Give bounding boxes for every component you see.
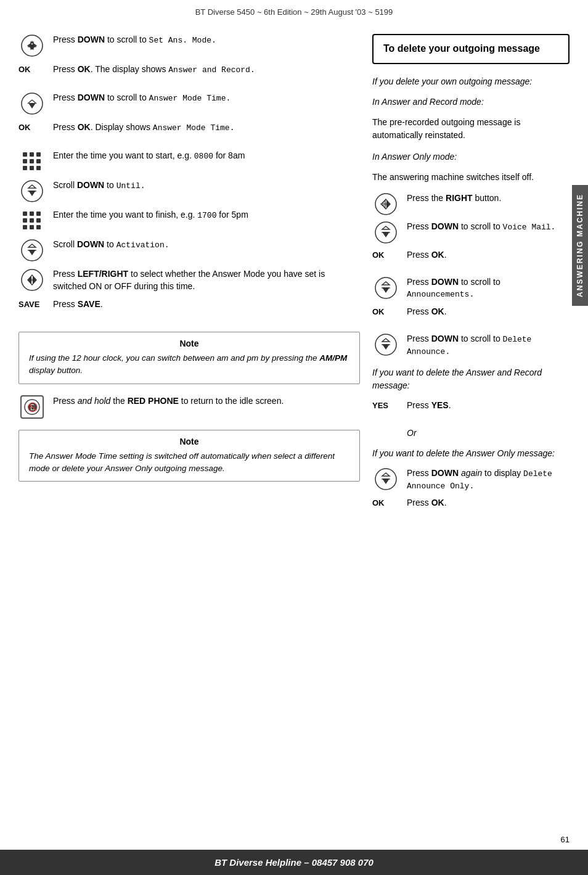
right-intro-2: In Answer and Record mode: <box>372 96 570 109</box>
nav-down-icon-4 <box>18 239 46 262</box>
svg-point-44 <box>375 194 396 215</box>
left-step-4-text: Press OK. Display shows Answer Mode Time… <box>53 121 360 134</box>
ok-label-r1: OK <box>372 249 399 260</box>
svg-marker-46 <box>381 200 385 208</box>
svg-rect-19 <box>36 166 41 170</box>
page-footer: BT Diverse Helpline – 08457 908 070 <box>0 850 588 875</box>
left-step-8: Scroll DOWN to Activation. <box>18 239 360 262</box>
left-step-2: OK Press OK. The display shows Answer an… <box>18 64 360 86</box>
note-box-2: Note The Answer Mode Time setting is swi… <box>18 430 360 482</box>
note-1-body: If using the 12 hour clock, you can swit… <box>29 352 349 377</box>
right-conditional-1: If you want to delete the Answer and Rec… <box>372 366 570 392</box>
svg-rect-24 <box>23 212 27 216</box>
yes-label: YES <box>372 400 399 410</box>
right-step-7-text: Press YES. <box>407 400 570 412</box>
nav-down-icon-1 <box>18 34 46 57</box>
left-step-3-text: Press DOWN to scroll to Answer Mode Time… <box>53 92 360 104</box>
note-2-title: Note <box>29 437 349 446</box>
right-or: Or <box>407 427 570 440</box>
nav-down-icon-r1 <box>372 221 399 244</box>
nav-down-icon-2 <box>18 92 46 115</box>
left-step-5-text: Enter the time you want to start, e.g. 0… <box>53 150 360 162</box>
left-step-1-text: Press DOWN to scroll to Set Ans. Mode. <box>53 34 360 46</box>
ok-label-r2: OK <box>372 306 399 316</box>
left-step-1: Press DOWN to scroll to Set Ans. Mode. <box>18 34 360 57</box>
svg-marker-35 <box>28 244 36 247</box>
right-step-5-text: Press OK. <box>407 306 570 318</box>
svg-marker-55 <box>382 282 390 285</box>
right-step-6-text: Press DOWN to scroll to Delete Announce. <box>407 333 570 358</box>
left-step-5: Enter the time you want to start, e.g. 0… <box>18 150 360 173</box>
right-step-9: OK Press OK. <box>372 497 570 519</box>
left-step-9: Press LEFT/RIGHT to select whether the A… <box>18 268 360 292</box>
left-step-10-text: Press SAVE. <box>53 298 360 311</box>
ok-label-1: OK <box>18 64 46 74</box>
svg-rect-13 <box>36 152 41 157</box>
svg-marker-6 <box>28 103 36 109</box>
right-step-3: OK Press OK. <box>372 249 570 271</box>
svg-marker-38 <box>27 276 31 284</box>
left-step-6: Scroll DOWN to Until. <box>18 179 360 203</box>
right-step-1: Press the RIGHT button. <box>372 192 570 216</box>
ok-label-r3: OK <box>372 497 399 507</box>
right-header-title: To delete your outgoing message <box>383 43 558 55</box>
page-number: 61 <box>561 835 570 844</box>
right-step-2: Press DOWN to scroll to Voice Mail. <box>372 221 570 244</box>
left-step-7-text: Enter the time you want to finish, e.g. … <box>53 209 360 221</box>
ok-label-2: OK <box>18 121 46 132</box>
right-step-9-text: Press OK. <box>407 497 570 509</box>
side-tab: ANSWERING MACHINE <box>572 185 588 306</box>
svg-text:📵: 📵 <box>27 402 38 413</box>
right-step-8-text: Press DOWN again to display Delete Annou… <box>407 467 570 492</box>
svg-rect-26 <box>36 212 41 216</box>
svg-rect-12 <box>30 152 34 157</box>
page-header: BT Diverse 5450 ~ 6th Edition ~ 29th Aug… <box>0 0 588 22</box>
svg-rect-27 <box>23 218 27 223</box>
right-step-2-text: Press DOWN to scroll to Voice Mail. <box>407 221 570 233</box>
right-step-6: Press DOWN to scroll to Delete Announce. <box>372 333 570 358</box>
right-step-7: YES Press YES. <box>372 400 570 422</box>
keypad-icon-1 <box>18 150 46 173</box>
right-conditional-2: If you want to delete the Answer Only me… <box>372 447 570 460</box>
header-title: BT Diverse 5450 ~ 6th Edition ~ 29th Aug… <box>195 7 393 17</box>
svg-rect-25 <box>30 212 34 216</box>
left-step-3: Press DOWN to scroll to Answer Mode Time… <box>18 92 360 115</box>
nav-down-icon-r4 <box>372 467 399 491</box>
svg-rect-30 <box>23 225 27 229</box>
left-step-7: Enter the time you want to finish, e.g. … <box>18 209 360 232</box>
right-step-3-text: Press OK. <box>407 249 570 261</box>
keypad-icon-2 <box>18 209 46 232</box>
right-intro-3: In Answer Only mode: <box>372 150 570 163</box>
left-step-2-text: Press OK. The display shows Answer and R… <box>53 64 360 76</box>
note-1-title: Note <box>29 339 349 348</box>
right-step-5: OK Press OK. <box>372 306 570 328</box>
main-content: Press DOWN to scroll to Set Ans. Mode. O… <box>0 22 588 532</box>
left-step-10: SAVE Press SAVE. <box>18 298 360 321</box>
nav-down-icon-3 <box>18 179 46 203</box>
svg-rect-32 <box>36 225 41 229</box>
left-step-8-text: Scroll DOWN to Activation. <box>53 239 360 251</box>
right-intro-3-body: The answering machine switches itself of… <box>372 171 570 184</box>
svg-rect-29 <box>36 218 41 223</box>
right-step-8: Press DOWN again to display Delete Annou… <box>372 467 570 492</box>
svg-rect-15 <box>30 159 34 163</box>
nav-lr-icon <box>18 268 46 292</box>
nav-down-icon-r3 <box>372 333 399 356</box>
note-2-body: The Answer Mode Time setting is switched… <box>29 450 349 475</box>
svg-rect-14 <box>23 159 27 163</box>
nav-down-icon-r2 <box>372 276 399 300</box>
right-step-1-text: Press the RIGHT button. <box>407 192 570 205</box>
save-label: SAVE <box>18 298 46 309</box>
left-step-9-text: Press LEFT/RIGHT to select whether the A… <box>53 268 360 292</box>
right-intro-1: If you delete your own outgoing message: <box>372 75 570 88</box>
footer-text: BT Diverse Helpline – 08457 908 070 <box>214 857 374 868</box>
svg-rect-31 <box>30 225 34 229</box>
svg-point-37 <box>22 269 43 290</box>
note-box-1: Note If using the 12 hour clock, you can… <box>18 332 360 384</box>
right-step-4-text: Press DOWN to scroll to Announcements. <box>407 276 570 301</box>
phone-step: 📵 Press and hold the RED PHONE to return… <box>18 395 360 419</box>
svg-rect-17 <box>23 166 27 170</box>
svg-marker-59 <box>382 339 390 342</box>
svg-marker-45 <box>386 200 391 208</box>
right-header-box: To delete your outgoing message <box>372 34 570 64</box>
